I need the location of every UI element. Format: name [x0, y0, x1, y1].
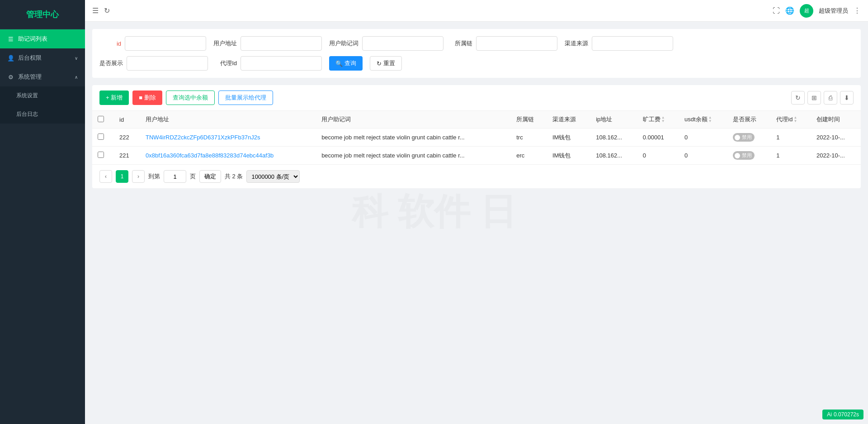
sidebar-item-system-mgmt[interactable]: ⚙ 系统管理 ∧: [0, 67, 85, 86]
print-button[interactable]: ⎙: [824, 91, 837, 105]
refresh-icon[interactable]: ↻: [104, 6, 110, 15]
filter-input-channel[interactable]: [592, 36, 673, 51]
filter-input-proxy-id[interactable]: [241, 56, 322, 71]
sort-mining-fee[interactable]: 旷工费 ▲▼: [643, 115, 665, 124]
reset-button[interactable]: ↻ 重置: [370, 56, 402, 71]
filter-item-id: id: [99, 36, 206, 51]
sidebar-item-mnemonic-list[interactable]: ☰ 助记词列表: [0, 29, 85, 48]
sidebar-item-system-settings[interactable]: 系统设置: [0, 86, 85, 105]
filter-item-chain: 所属链: [451, 36, 557, 51]
row-is-display: 禁用: [727, 147, 771, 165]
batch-display-button[interactable]: 批量展示给代理: [218, 91, 273, 105]
fullscreen-icon[interactable]: ⛶: [773, 7, 780, 15]
row-is-display: 禁用: [727, 129, 771, 147]
filter-row-2: 是否展示 代理Id 🔍 查询 ↻ 重置: [99, 56, 854, 71]
page-1-button[interactable]: 1: [116, 170, 128, 183]
filter-input-chain[interactable]: [476, 36, 557, 51]
filter-item-user-address: 用户地址: [213, 36, 322, 51]
page-goto-input[interactable]: [164, 170, 186, 183]
filter-label-id: id: [99, 40, 121, 47]
row-ip: 108.162...: [590, 129, 637, 147]
pagination: ‹ 1 › 到第 页 确定 共 2 条 1000000 条/页 100 条/页 …: [92, 165, 861, 188]
sidebar-item-backend-perms[interactable]: 👤 后台权限 ∨: [0, 48, 85, 67]
row-id: 221: [114, 147, 140, 165]
sidebar: 管理中心 ☰ 助记词列表 👤 后台权限 ∨ ⚙ 系统管理 ∧ 系统设置 后台日志: [0, 0, 85, 424]
query-button[interactable]: 🔍 查询: [329, 56, 363, 71]
table-header: id 用户地址 用户助记词 所属链 渠道来源 ip地址 旷工费 ▲▼: [92, 111, 861, 129]
total-label: 共 2 条: [225, 172, 243, 181]
filter-label-channel: 渠道来源: [565, 39, 588, 48]
row-usdt-balance: 0: [679, 147, 727, 165]
header-checkbox: [92, 111, 114, 129]
prev-page-button[interactable]: ‹: [99, 170, 112, 183]
next-page-button[interactable]: ›: [132, 170, 145, 183]
row-user-address: 0x8bf16a360fca63d7fa8e88f83283d74ebc44af…: [140, 147, 316, 165]
sidebar-title: 管理中心: [0, 0, 85, 29]
filter-item-is-display: 是否展示: [99, 56, 208, 71]
per-page-select[interactable]: 1000000 条/页 100 条/页 50 条/页: [246, 170, 300, 183]
filter-input-user-mnemonic[interactable]: [362, 36, 443, 51]
response-time: 0.070272s: [834, 411, 859, 418]
header-channel: 渠道来源: [547, 111, 590, 129]
switch-dot: [735, 135, 740, 140]
row-id: 222: [114, 129, 140, 147]
filter-input-user-address[interactable]: [241, 36, 322, 51]
select-all-checkbox[interactable]: [98, 116, 104, 122]
filter-input-is-display[interactable]: [127, 56, 208, 71]
sort-usdt-balance[interactable]: usdt余额 ▲▼: [684, 115, 712, 124]
username: 超级管理员: [819, 7, 848, 15]
header-usdt-balance[interactable]: usdt余额 ▲▼: [679, 111, 727, 129]
row-created-time: 2022-10-...: [811, 147, 861, 165]
row-proxy-id: 1: [771, 129, 811, 147]
filter-item-user-mnemonic: 用户助记词: [329, 36, 443, 51]
globe-icon[interactable]: 🌐: [785, 6, 794, 15]
row-channel: IM钱包: [547, 147, 590, 165]
row-chain: trc: [511, 129, 547, 147]
table-section: + 新增 ■ 删除 查询选中余额 批量展示给代理 ↻ ⊞ ⎙ ⬇ id 用户地址: [92, 85, 861, 188]
header-id: id: [114, 111, 140, 129]
check-balance-button[interactable]: 查询选中余额: [166, 91, 215, 105]
header-user-address: 用户地址: [140, 111, 316, 129]
filter-section: id 用户地址 用户助记词 所属链 渠道来源: [92, 29, 861, 78]
filter-item-channel: 渠道来源: [565, 36, 673, 51]
display-toggle[interactable]: 禁用: [733, 133, 755, 142]
refresh-table-button[interactable]: ↻: [791, 91, 805, 105]
table-toolbar-right: ↻ ⊞ ⎙ ⬇: [791, 91, 854, 105]
sort-icon-usdt-balance: ▲▼: [708, 116, 712, 123]
sort-icon-mining-fee: ▲▼: [661, 116, 665, 123]
filter-input-id[interactable]: [125, 36, 206, 51]
sidebar-item-label: 助记词列表: [18, 35, 78, 43]
topbar: ☰ ↻ ⛶ 🌐 超 超级管理员 ⋮: [85, 0, 868, 22]
sidebar-item-label: 后台日志: [16, 110, 78, 118]
sidebar-item-label: 系统管理: [18, 73, 71, 81]
switch-dot: [735, 153, 740, 158]
sidebar-item-backend-log[interactable]: 后台日志: [0, 105, 85, 124]
sort-icon-proxy-id: ▲▼: [793, 116, 797, 123]
filter-label-proxy-id: 代理Id: [215, 59, 237, 67]
more-icon[interactable]: ⋮: [854, 6, 861, 15]
row-select-checkbox[interactable]: [98, 133, 104, 140]
user-address-link[interactable]: 0x8bf16a360fca63d7fa8e88f83283d74ebc44af…: [146, 152, 274, 159]
header-ip: ip地址: [590, 111, 637, 129]
row-mining-fee: 0.00001: [637, 129, 679, 147]
sort-proxy-id[interactable]: 代理id ▲▼: [776, 115, 797, 124]
page-unit-label: 页: [190, 172, 196, 181]
add-button[interactable]: + 新增: [99, 91, 129, 105]
display-toggle[interactable]: 禁用: [733, 151, 755, 160]
user-address-link[interactable]: TNW4irRDZ2ckcZFp6D6371XzkPFb37nJ2s: [146, 134, 260, 141]
header-proxy-id[interactable]: 代理id ▲▼: [771, 111, 811, 129]
sidebar-item-label: 系统设置: [16, 92, 78, 100]
page-confirm-button[interactable]: 确定: [199, 170, 221, 183]
row-select-checkbox[interactable]: [98, 152, 104, 158]
filter-label-user-address: 用户地址: [213, 39, 237, 48]
menu-icon[interactable]: ☰: [92, 6, 99, 15]
row-usdt-balance: 0: [679, 129, 727, 147]
delete-button[interactable]: ■ 删除: [132, 91, 162, 105]
export-button[interactable]: ⬇: [840, 91, 854, 105]
header-mining-fee[interactable]: 旷工费 ▲▼: [637, 111, 679, 129]
avatar: 超: [800, 4, 813, 18]
list-icon: ☰: [7, 35, 14, 43]
row-ip: 108.162...: [590, 147, 637, 165]
column-settings-button[interactable]: ⊞: [807, 91, 821, 105]
header-user-mnemonic: 用户助记词: [316, 111, 511, 129]
